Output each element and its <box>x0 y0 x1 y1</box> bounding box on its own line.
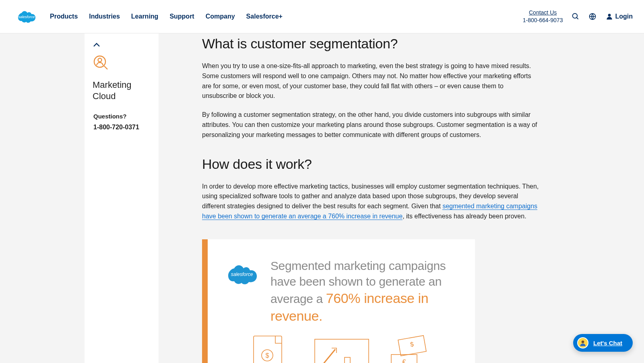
search-icon[interactable] <box>572 12 580 21</box>
cloud-logo-text: salesforce <box>231 272 253 277</box>
globe-icon[interactable] <box>588 12 597 21</box>
svg-text:$: $ <box>410 341 415 348</box>
document-moneybag-icon: $ $ <box>251 335 299 363</box>
nav-products[interactable]: Products <box>50 13 78 20</box>
global-header: salesforce Products Industries Learning … <box>0 0 644 33</box>
illustration-headline: Segmented marketing campaigns have been … <box>270 258 459 325</box>
main-nav: Products Industries Learning Support Com… <box>50 13 283 20</box>
presentation-chart-icon <box>313 335 374 363</box>
svg-point-1 <box>573 14 578 19</box>
heading-what-is: What is customer segmentation? <box>202 36 545 52</box>
person-search-icon <box>93 54 151 72</box>
chat-avatar-icon <box>577 337 588 348</box>
svg-text:$: $ <box>266 352 269 359</box>
svg-line-2 <box>577 18 578 19</box>
login-button[interactable]: Login <box>605 12 633 21</box>
chat-widget-label: Let's Chat <box>593 340 622 346</box>
svg-text:€: € <box>402 359 406 363</box>
svg-point-4 <box>608 14 611 17</box>
money-notes-icon: $ € <box>387 335 431 363</box>
contact-phone: 1-800-664-9073 <box>523 17 563 24</box>
svg-rect-17 <box>345 357 350 363</box>
article-body: What is customer segmentation? When you … <box>159 33 545 363</box>
svg-line-7 <box>104 66 107 69</box>
paragraph-how-text-b: , its effectiveness has already been pro… <box>402 213 526 220</box>
salesforce-logo[interactable]: salesforce <box>14 8 39 25</box>
paragraph-how-it-works: In order to develop more effective marke… <box>202 182 539 222</box>
header-right: Contact Us 1-800-664-9073 Login <box>523 9 633 24</box>
chevron-up-icon[interactable] <box>93 42 151 50</box>
paragraph-intro-2: By following a customer segmentation str… <box>202 110 539 140</box>
left-sidebar: Marketing Cloud Questions? 1-800-720-037… <box>85 33 159 363</box>
chat-widget-button[interactable]: Let's Chat <box>573 334 633 352</box>
nav-industries[interactable]: Industries <box>89 13 120 20</box>
paragraph-intro-1: When you try to use a one-size-fits-all … <box>202 61 539 101</box>
heading-how-does-it-work: How does it work? <box>202 156 545 172</box>
nav-company[interactable]: Company <box>206 13 235 20</box>
nav-support[interactable]: Support <box>169 13 194 20</box>
svg-text:salesforce: salesforce <box>18 15 35 19</box>
login-label: Login <box>615 13 633 20</box>
questions-label: Questions? <box>93 113 151 120</box>
questions-phone[interactable]: 1-800-720-0371 <box>93 124 151 131</box>
nav-salesforce-plus[interactable]: Salesforce+ <box>246 13 283 20</box>
salesforce-cloud-icon: salesforce <box>224 261 260 288</box>
svg-rect-13 <box>315 339 369 363</box>
svg-point-6 <box>98 58 102 62</box>
illustration-icons-row: $ $ <box>224 335 459 363</box>
sidebar-title: Marketing Cloud <box>93 79 151 102</box>
nav-learning[interactable]: Learning <box>131 13 159 20</box>
stat-illustration-card: salesforce Segmented marketing campaigns… <box>202 239 475 363</box>
svg-point-22 <box>582 340 584 343</box>
contact-block: Contact Us 1-800-664-9073 <box>523 9 563 24</box>
contact-us-link[interactable]: Contact Us <box>523 9 563 17</box>
